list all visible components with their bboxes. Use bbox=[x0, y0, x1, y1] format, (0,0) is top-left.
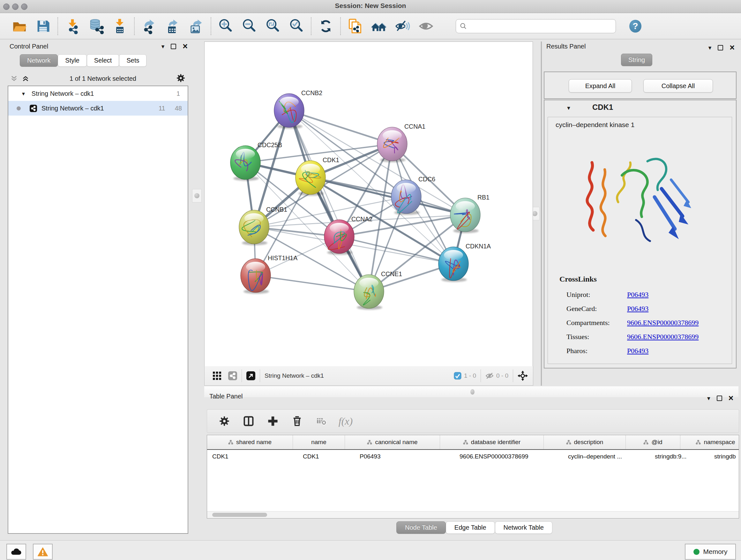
zoom-selected-icon[interactable] bbox=[285, 16, 308, 37]
protein-structure-image bbox=[574, 134, 701, 268]
export-table-icon[interactable] bbox=[161, 16, 185, 37]
search-input[interactable] bbox=[467, 23, 616, 30]
column-header[interactable]: canonical name bbox=[345, 435, 440, 449]
tab-style[interactable]: Style bbox=[58, 54, 86, 67]
birds-eye-grid-icon[interactable] bbox=[213, 372, 221, 380]
node-HIST1H1A[interactable]: HIST1H1A bbox=[241, 254, 297, 294]
tab-string[interactable]: String bbox=[621, 54, 652, 66]
panel-float-icon[interactable] bbox=[717, 395, 722, 401]
import-table-from-file-icon[interactable] bbox=[108, 16, 131, 37]
selected-checkbox-icon[interactable] bbox=[454, 372, 461, 380]
cloud-button[interactable] bbox=[6, 544, 26, 560]
collapse-all-button[interactable]: Collapse All bbox=[643, 79, 713, 92]
node-CCNB2[interactable]: CCNB2 bbox=[274, 89, 322, 129]
expand-all-button[interactable]: Expand All bbox=[569, 79, 632, 92]
export-image-icon[interactable] bbox=[185, 16, 208, 37]
string-home-icon[interactable] bbox=[367, 16, 391, 37]
tab-node-table[interactable]: Node Table bbox=[396, 521, 446, 534]
export-network-icon[interactable] bbox=[137, 16, 161, 37]
edge-CCNB2-CCNE1[interactable] bbox=[289, 111, 369, 292]
zoom-in-icon[interactable] bbox=[214, 16, 238, 37]
network-canvas[interactable]: CCNB2CCNA1CDC25BCDK1CDC6RB1CCNB1CCNA2CDK… bbox=[204, 42, 533, 367]
panel-menu-icon[interactable]: ▾ bbox=[707, 395, 711, 401]
crosslink-row: Pharos: P06493 bbox=[566, 344, 726, 358]
scrollbar-thumb[interactable] bbox=[212, 513, 267, 517]
tab-edge-table[interactable]: Edge Table bbox=[446, 521, 495, 534]
function-builder-icon[interactable]: f(x) bbox=[333, 412, 358, 431]
search-icon bbox=[460, 23, 467, 30]
panel-close-icon[interactable]: × bbox=[730, 44, 735, 52]
crosslink-link[interactable]: P06493 bbox=[627, 305, 649, 313]
pan-crosshair-icon[interactable] bbox=[518, 371, 528, 381]
edge-HIST1H1A-CCNE1[interactable] bbox=[256, 275, 369, 292]
panel-close-icon[interactable]: × bbox=[183, 42, 188, 51]
crosslink-link[interactable]: P06493 bbox=[627, 347, 649, 355]
tab-sets[interactable]: Sets bbox=[119, 54, 146, 67]
crosslink-link[interactable]: 9606.ENSP00000378699 bbox=[627, 333, 698, 341]
warnings-button[interactable] bbox=[33, 544, 53, 560]
edge-CCNA2-CDKN1A[interactable] bbox=[339, 237, 454, 264]
help-icon[interactable]: ? bbox=[629, 20, 642, 33]
table-tabs: Node TableEdge TableNetwork Table bbox=[396, 521, 552, 534]
crosslink-link[interactable]: 9606.ENSP00000378699 bbox=[627, 319, 698, 327]
show-eye-icon[interactable] bbox=[414, 16, 438, 37]
network-options-gear-icon[interactable] bbox=[177, 74, 185, 84]
refresh-layout-icon[interactable] bbox=[314, 16, 338, 37]
protein-expander-icon[interactable]: ▼ bbox=[566, 105, 571, 111]
save-session-icon[interactable] bbox=[31, 16, 55, 37]
panel-float-icon[interactable] bbox=[718, 45, 723, 51]
tab-select[interactable]: Select bbox=[87, 54, 119, 67]
memory-button[interactable]: Memory bbox=[685, 544, 736, 560]
left-splitter-grip[interactable] bbox=[192, 189, 202, 202]
crosslink-row: Compartments: 9606.ENSP00000378699 bbox=[566, 316, 726, 330]
column-header[interactable]: name bbox=[293, 435, 345, 449]
zoom-out-icon[interactable] bbox=[238, 16, 261, 37]
collection-expander-icon[interactable]: ▼ bbox=[21, 91, 26, 97]
tab-network-table[interactable]: Network Table bbox=[495, 521, 552, 534]
column-header[interactable]: @id bbox=[626, 435, 680, 449]
attribute-icon bbox=[367, 440, 372, 445]
panel-menu-icon[interactable]: ▾ bbox=[161, 44, 165, 50]
network-collection-row[interactable]: ▼ String Network – cdk1 1 bbox=[8, 86, 188, 101]
open-session-icon[interactable] bbox=[8, 16, 31, 37]
network-badge-icon[interactable] bbox=[228, 371, 237, 380]
node-label-CCNB1: CCNB1 bbox=[266, 206, 287, 213]
collapse-all-icon[interactable] bbox=[10, 75, 18, 82]
network-row[interactable]: String Network – cdk1 11 48 bbox=[8, 101, 188, 116]
table-row[interactable]: CDK1 CDK1 P06493 9606.ENSP00000378699 cy… bbox=[207, 450, 739, 463]
panel-menu-icon[interactable]: ▾ bbox=[709, 45, 712, 51]
node-CDC6[interactable]: CDC6 bbox=[391, 176, 435, 215]
add-column-icon[interactable] bbox=[261, 412, 285, 431]
import-network-from-database-icon[interactable] bbox=[84, 16, 108, 37]
import-network-from-file-icon[interactable] bbox=[61, 16, 84, 37]
panel-float-icon[interactable] bbox=[171, 44, 176, 49]
edge-count: 48 bbox=[175, 105, 182, 112]
table-settings-gear-icon[interactable] bbox=[212, 412, 237, 431]
network-label: String Network – cdk1 bbox=[42, 105, 104, 112]
memory-status-dot bbox=[693, 549, 699, 555]
node-CCNA1[interactable]: CCNA1 bbox=[377, 123, 425, 162]
delete-column-icon[interactable] bbox=[285, 412, 309, 431]
detach-view-icon[interactable] bbox=[246, 371, 255, 380]
node-RB1[interactable]: RB1 bbox=[450, 194, 489, 233]
select-columns-icon[interactable] bbox=[237, 412, 261, 431]
tab-network[interactable]: Network bbox=[20, 54, 58, 67]
right-splitter[interactable] bbox=[541, 42, 542, 386]
results-buttons-box: Expand All Collapse All bbox=[544, 71, 737, 99]
column-header[interactable]: namespace bbox=[680, 435, 739, 449]
table-horizontal-scrollbar[interactable] bbox=[207, 511, 739, 518]
column-header[interactable]: shared name bbox=[207, 435, 293, 449]
edge-CCNB2-CCNA1[interactable] bbox=[289, 111, 392, 144]
column-header[interactable]: database identifier bbox=[440, 435, 544, 449]
expand-all-icon[interactable] bbox=[22, 75, 29, 82]
hidden-eye-icon[interactable] bbox=[485, 372, 494, 380]
separator bbox=[242, 369, 242, 382]
zoom-fit-icon[interactable] bbox=[261, 16, 285, 37]
string-hide-glass-icon[interactable] bbox=[391, 16, 414, 37]
column-header[interactable]: description bbox=[544, 435, 626, 449]
delete-table-icon[interactable] bbox=[309, 412, 333, 431]
string-import-icon[interactable] bbox=[343, 16, 367, 37]
string-network-graph: CCNB2CCNA1CDC25BCDK1CDC6RB1CCNB1CCNA2CDK… bbox=[205, 42, 533, 366]
panel-close-icon[interactable]: × bbox=[729, 394, 734, 402]
crosslink-link[interactable]: P06493 bbox=[627, 291, 649, 299]
